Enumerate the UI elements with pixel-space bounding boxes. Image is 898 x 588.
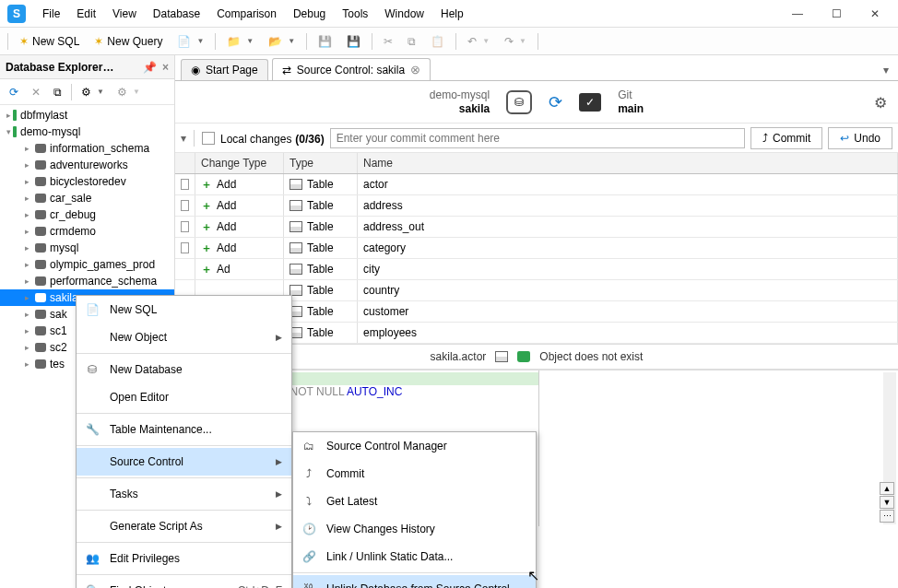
ctx-sc-link-static[interactable]: 🔗Link / Unlink Static Data...	[293, 543, 536, 570]
explorer-header: Database Explorer… 📌 ×	[0, 55, 174, 79]
undo-commit-button[interactable]: ↩Undo	[828, 127, 892, 149]
db-cr-debug[interactable]: ▸cr_debug	[0, 206, 174, 223]
menu-edit[interactable]: Edit	[69, 4, 103, 24]
new-sql-button[interactable]: ✶New SQL	[14, 32, 85, 51]
paste-button[interactable]: 📋	[425, 32, 450, 51]
db-information-schema[interactable]: ▸information_schema	[0, 140, 174, 157]
ctx-source-control[interactable]: Source Control▶	[77, 448, 291, 476]
table-row[interactable]: ＋AddTableaddress	[175, 195, 898, 217]
ctx-sc-get-latest[interactable]: ⤵Get Latest	[293, 488, 536, 515]
menu-help[interactable]: Help	[433, 4, 471, 24]
gear-icon[interactable]: ⚙	[874, 94, 887, 112]
connection-demo-mysql[interactable]: ▾demo-mysql	[0, 123, 174, 140]
ctx-new-sql[interactable]: 📄New SQL	[77, 296, 291, 323]
ctx-new-object[interactable]: New Object▶	[77, 323, 291, 351]
db-adventureworks[interactable]: ▸adventureworks	[0, 157, 174, 173]
branch-name: main	[618, 102, 644, 116]
unlink-icon: ⛓	[301, 582, 317, 588]
tab-start-page[interactable]: ◉Start Page	[181, 59, 268, 80]
db-bicyclestoredev[interactable]: ▸bicyclestoredev	[0, 173, 174, 190]
undo-button[interactable]: ↶▼	[462, 32, 495, 51]
main-toolbar: ✶New SQL ✶New Query 📄▼ 📁▼ 📂▼ 💾 💾 ✂ ⧉ 📋 ↶…	[0, 28, 898, 55]
app-icon: S	[7, 5, 26, 23]
filter-button[interactable]: ⚙▼	[76, 83, 110, 101]
ctx-generate-script[interactable]: Generate Script As▶	[77, 512, 291, 540]
ctx-find-object[interactable]: 🔍Find Object...Ctrl+D, F	[77, 577, 291, 588]
ctx-sc-history[interactable]: 🕑View Changes History	[293, 515, 536, 543]
col-type[interactable]: Type	[284, 153, 358, 173]
nav-up-button[interactable]: ▲	[880, 482, 894, 495]
nav-opt-button[interactable]: ⋯	[880, 510, 894, 523]
new-query-button[interactable]: ✶New Query	[89, 32, 168, 51]
database-icon: ⛁	[506, 90, 532, 114]
database-icon	[517, 351, 530, 362]
refresh-icon[interactable]: ⟳	[549, 92, 562, 112]
db-car-sale[interactable]: ▸car_sale	[0, 190, 174, 206]
select-all-checkbox[interactable]	[202, 132, 215, 145]
status-message: Object does not exist	[539, 350, 643, 363]
close-button[interactable]: ✕	[859, 4, 891, 24]
table-row[interactable]: ＋AddTableactor	[175, 174, 898, 195]
ctx-edit-privileges[interactable]: 👥Edit Privileges	[77, 545, 291, 572]
nav-down-button[interactable]: ▼	[880, 496, 894, 509]
ctx-open-editor[interactable]: Open Editor	[77, 383, 291, 411]
menu-view[interactable]: View	[105, 4, 144, 24]
start-icon: ◉	[191, 64, 200, 76]
dropdown-icon[interactable]: ▾	[181, 132, 186, 145]
table-row[interactable]: ＋AddTableaddress_out	[175, 217, 898, 238]
save-all-button[interactable]: 💾	[341, 32, 366, 51]
table-row[interactable]: ＋AdTablecity	[175, 259, 898, 280]
delete-button[interactable]: ✕	[26, 83, 46, 101]
menu-debug[interactable]: Debug	[286, 4, 333, 24]
ctx-tasks[interactable]: Tasks▶	[77, 480, 291, 508]
tb-dropdown-3[interactable]: 📂▼	[263, 32, 301, 51]
save-button[interactable]: 💾	[313, 32, 337, 51]
ctx-sc-commit[interactable]: ⤴Commit	[293, 460, 536, 488]
local-changes-label: Local changes (0/36)	[220, 131, 325, 146]
privileges-icon: 👥	[84, 552, 100, 565]
ctx-new-database[interactable]: ⛁New Database	[77, 356, 291, 383]
connection-dbfmylast[interactable]: ▸dbfmylast	[0, 107, 174, 123]
commit-message-input[interactable]	[330, 128, 745, 148]
menu-file[interactable]: File	[35, 4, 67, 24]
ctx-table-maintenance[interactable]: 🔧Table Maintenance...	[77, 416, 291, 443]
ctx-sc-manager[interactable]: 🗂Source Control Manager	[293, 432, 536, 460]
db-olympic-games-prod[interactable]: ▸olympic_games_prod	[0, 256, 174, 273]
context-submenu-source-control: 🗂Source Control Manager ⤴Commit ⤵Get Lat…	[292, 431, 537, 588]
db-performance-schema[interactable]: ▸performance_schema	[0, 273, 174, 289]
menu-window[interactable]: Window	[377, 4, 431, 24]
menu-database[interactable]: Database	[146, 4, 207, 24]
db-crmdemo[interactable]: ▸crmdemo	[0, 223, 174, 240]
history-icon: 🕑	[301, 523, 317, 535]
menu-comparison[interactable]: Comparison	[209, 4, 284, 24]
db-mysql[interactable]: ▸mysql	[0, 240, 174, 256]
minimize-button[interactable]: —	[782, 4, 813, 24]
db-icon: ⛁	[84, 363, 100, 376]
tb-dropdown-1[interactable]: 📄▼	[171, 32, 209, 51]
pin-icon[interactable]: 📌	[143, 61, 157, 74]
menu-tools[interactable]: Tools	[335, 4, 375, 24]
refresh-button[interactable]: ⟳	[4, 83, 24, 101]
tab-overflow-icon[interactable]: ▾	[880, 60, 892, 80]
col-name[interactable]: Name	[358, 153, 898, 173]
ctx-sc-unlink-database[interactable]: ⛓Unlink Database from Source Control...	[293, 575, 536, 588]
redo-button[interactable]: ↷▼	[499, 32, 532, 51]
code-right-pane[interactable]: ▲ ▼ ⋯	[538, 370, 899, 526]
tab-source-control[interactable]: ⇄Source Control: sakila⊗	[272, 58, 431, 80]
object-path: sakila.actor	[431, 350, 487, 363]
panel-close-icon[interactable]: ×	[162, 61, 169, 74]
link-icon: 🔗	[301, 550, 317, 563]
commit-bar: ▾ Local changes (0/36) ⤴Commit ↩Undo	[175, 123, 898, 153]
commit-button[interactable]: ⤴Commit	[750, 127, 822, 149]
new-window-button[interactable]: ⧉	[48, 83, 67, 101]
cut-button[interactable]: ✂	[378, 32, 398, 51]
table-row[interactable]: ＋AddTablecategory	[175, 238, 898, 259]
copy-button[interactable]: ⧉	[402, 32, 421, 51]
maximize-button[interactable]: ☐	[821, 4, 852, 24]
db-name: sakila	[430, 102, 490, 116]
tb-dropdown-2[interactable]: 📁▼	[221, 32, 259, 51]
col-change-type[interactable]: Change Type	[195, 153, 284, 173]
filter2-button[interactable]: ⚙▼	[112, 83, 146, 101]
find-icon: 🔍	[84, 584, 100, 588]
close-icon[interactable]: ⊗	[410, 63, 420, 76]
